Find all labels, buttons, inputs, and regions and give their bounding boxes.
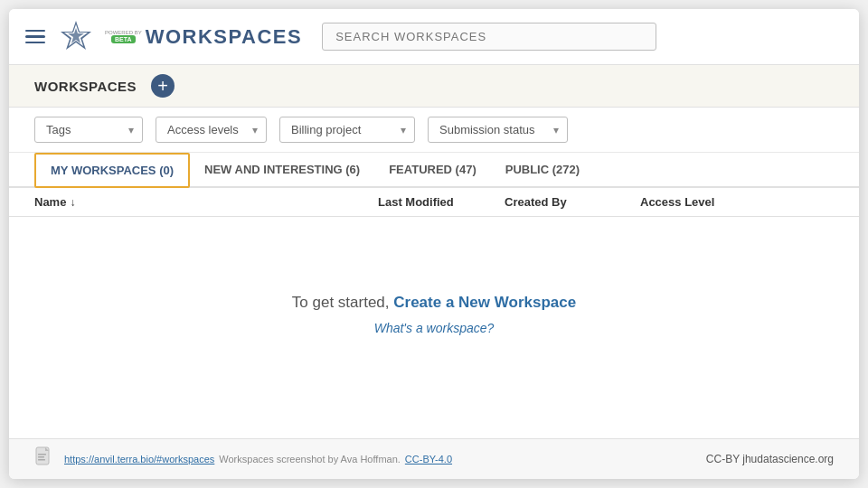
workspaces-toolbar: WORKSPACES +: [9, 65, 859, 108]
sort-arrow-icon[interactable]: ↓: [70, 196, 75, 209]
logo-area: [58, 19, 94, 55]
access-levels-filter[interactable]: Access levels: [156, 117, 267, 143]
tags-filter-wrapper: Tags: [34, 117, 143, 143]
app-title: WORKSPACES: [146, 25, 303, 49]
tab-my-workspaces[interactable]: MY WORKSPACES (0): [34, 153, 190, 188]
tab-public[interactable]: PUBLIC (272): [491, 154, 594, 188]
tab-new-interesting[interactable]: NEW AND INTERESTING (6): [190, 154, 374, 188]
add-workspace-button[interactable]: +: [151, 74, 175, 98]
document-icon: [34, 446, 54, 472]
col-created-header: Created By: [505, 195, 640, 209]
footer: https://anvil.terra.bio/#workspaces Work…: [9, 438, 859, 479]
col-name-label: Name: [34, 195, 66, 209]
hamburger-menu-icon[interactable]: [25, 30, 45, 44]
tags-filter[interactable]: Tags: [34, 117, 143, 143]
workspace-tabs: MY WORKSPACES (0) NEW AND INTERESTING (6…: [9, 153, 859, 188]
col-name-header: Name ↓: [34, 195, 378, 209]
billing-project-filter[interactable]: Billing project: [279, 117, 415, 143]
main-content: To get started, Create a New Workspace W…: [9, 217, 859, 438]
app-header: POWERED BY BETA WORKSPACES: [9, 9, 859, 65]
footer-link[interactable]: https://anvil.terra.bio/#workspaces: [64, 454, 214, 465]
footer-license-link[interactable]: CC-BY-4.0: [405, 454, 452, 465]
svg-rect-6: [38, 456, 44, 458]
footer-description: Workspaces screenshot by Ava Hoffman.: [219, 454, 401, 465]
powered-by-badge: POWERED BY BETA: [105, 30, 142, 43]
table-header: Name ↓ Last Modified Created By Access L…: [9, 188, 859, 217]
create-workspace-link[interactable]: Create a New Workspace: [393, 294, 576, 311]
footer-right: CC-BY jhudatascience.org: [706, 453, 834, 465]
tab-featured[interactable]: FEATURED (47): [374, 154, 491, 188]
access-levels-filter-wrapper: Access levels: [156, 117, 267, 143]
toolbar-title: WORKSPACES: [34, 79, 137, 94]
col-access-header: Access Level: [640, 195, 834, 209]
submission-status-filter[interactable]: Submission status: [428, 117, 568, 143]
search-input[interactable]: [322, 23, 656, 51]
col-modified-header: Last Modified: [378, 195, 505, 209]
empty-state-message: To get started, Create a New Workspace: [292, 294, 576, 312]
submission-status-filter-wrapper: Submission status: [428, 117, 568, 143]
footer-left: https://anvil.terra.bio/#workspaces Work…: [34, 446, 452, 472]
empty-prefix: To get started,: [292, 294, 393, 311]
filters-bar: Tags Access levels Billing project Submi…: [9, 108, 859, 153]
whats-workspace-link[interactable]: What's a workspace?: [374, 321, 495, 335]
beta-badge: BETA: [111, 35, 136, 43]
svg-rect-5: [38, 454, 46, 455]
terra-logo-icon: [58, 19, 94, 55]
svg-rect-7: [38, 459, 45, 461]
billing-project-filter-wrapper: Billing project: [279, 117, 415, 143]
